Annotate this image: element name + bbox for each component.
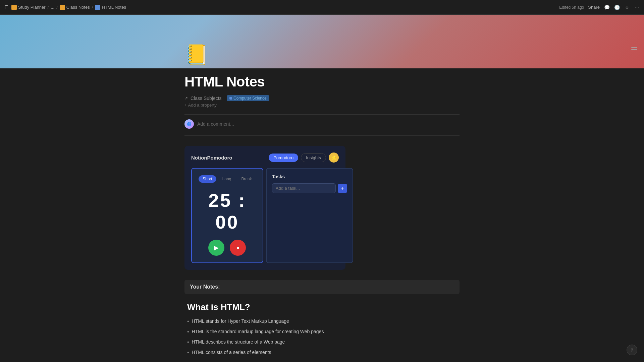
list-item-3: HTML consists of a series of elements [187,349,457,357]
add-task-button[interactable]: + [338,184,347,193]
add-property-row[interactable]: + Add a property [184,103,460,108]
pomodoro-widget: NotionPomodoro Pomodoro Insights ⭐ Short… [184,146,345,270]
breadcrumb-html-notes[interactable]: HTML Notes [95,5,126,10]
html-notes-icon [95,5,100,10]
breadcrumb-study-planner[interactable]: Study Planner [11,5,46,10]
notes-content: What is HTML? HTML stands for Hyper Text… [184,302,460,357]
timer-tabs: Short Long Break [199,175,256,183]
list-item-text-1: HTML is the standard markup language for… [192,328,324,335]
comment-area[interactable]: 🌀 Add a comment... [184,119,460,136]
pomodoro-header: NotionPomodoro Pomodoro Insights ⭐ [191,153,339,163]
property-class-subjects[interactable]: ↗ Class Subjects Computer Science [184,95,460,101]
notes-subtitle: What is HTML? [187,302,457,312]
add-property-label[interactable]: + Add a property [184,103,217,108]
play-icon: ▶ [214,244,219,251]
divider [184,114,460,115]
star-icon[interactable]: ☆ [624,4,630,10]
play-button[interactable]: ▶ [208,240,224,256]
breadcrumb-sep-1: / [48,5,49,10]
page-icon[interactable]: 📒 [184,45,208,68]
page-title[interactable]: HTML Notes [184,74,460,90]
task-input-row: + [272,183,347,193]
edited-label: Edited 5h ago [559,5,584,10]
help-icon: ? [631,348,633,353]
notes-section-header: Your Notes: [184,280,460,294]
property-value: Computer Science [227,95,269,101]
history-icon[interactable]: 🕐 [614,4,620,10]
comment-placeholder[interactable]: Add a comment... [197,121,234,127]
timer-panel: Short Long Break 25 : 00 ▶ ■ [191,168,263,263]
notes-header-text: Your Notes: [190,284,220,290]
property-label: Class Subjects [191,96,224,101]
breadcrumb-class-notes[interactable]: Class Notes [60,5,90,10]
breadcrumb-sep-3: / [92,5,93,10]
tasks-panel: Tasks + [266,168,353,263]
list-item-2: HTML describes the structure of a Web pa… [187,339,457,346]
pomodoro-tab-buttons: Pomodoro Insights ⭐ [269,153,339,163]
timer-display: 25 : 00 [199,189,256,233]
more-icon[interactable]: ··· [634,4,640,10]
class-notes-icon [60,5,65,10]
properties-section: ↗ Class Subjects Computer Science + Add … [184,95,460,108]
timer-controls: ▶ ■ [199,240,256,256]
tag-label: Computer Science [233,96,267,101]
pomodoro-button[interactable]: Pomodoro [269,154,298,162]
share-button[interactable]: Share [588,5,600,10]
list-item-1: HTML is the standard markup language for… [187,328,457,336]
star-settings-button[interactable]: ⭐ [329,153,339,163]
list-item-0: HTML stands for Hyper Text Markup Langua… [187,318,457,325]
property-arrow-icon: ↗ [184,96,188,101]
comment-icon[interactable]: 💬 [604,4,610,10]
task-input[interactable] [272,183,336,193]
page-container: 📒 HTML Notes ↗ Class Subjects Computer S… [171,45,473,362]
insights-button[interactable]: Insights [301,153,326,162]
list-item-text-0: HTML stands for Hyper Text Markup Langua… [192,318,289,325]
long-tab[interactable]: Long [218,175,235,183]
list-item-text-3: HTML consists of a series of elements [192,349,271,356]
tasks-title: Tasks [272,174,347,179]
notion-app-icon: 🗒 [4,4,9,10]
avatar: 🌀 [184,119,194,129]
tag-dot [229,97,232,100]
breadcrumb-ellipsis[interactable]: ... [51,5,54,10]
breadcrumb: 🗒 Study Planner / ... / Class Notes / HT… [4,4,126,10]
short-tab[interactable]: Short [199,175,216,183]
bullet-list: HTML stands for Hyper Text Markup Langua… [187,318,457,357]
top-bar: 🗒 Study Planner / ... / Class Notes / HT… [0,0,644,15]
break-tab[interactable]: Break [237,175,256,183]
breadcrumb-sep-2: / [56,5,58,10]
stop-button[interactable]: ■ [230,240,246,256]
computer-science-tag[interactable]: Computer Science [227,95,269,101]
list-item-text-2: HTML describes the structure of a Web pa… [192,339,285,346]
pomodoro-inner: Short Long Break 25 : 00 ▶ ■ [191,168,339,263]
stop-icon: ■ [236,245,239,250]
avatar-initials: 🌀 [187,122,192,126]
main-content: 📒 HTML Notes ↗ Class Subjects Computer S… [0,15,644,362]
help-button[interactable]: ? [627,345,637,355]
pomodoro-title: NotionPomodoro [191,155,232,161]
top-bar-right: Edited 5h ago Share 💬 🕐 ☆ ··· [559,4,640,10]
study-planner-icon [11,5,17,10]
